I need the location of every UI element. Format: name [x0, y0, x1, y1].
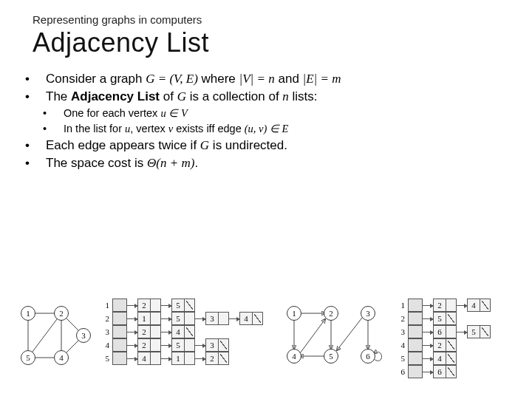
adj-row: 2 1 5 3 4 [100, 312, 263, 325]
adjlist-directed: 1 2 4 2 5 3 6 5 4 2 5 [396, 299, 491, 378]
adj-row: 3 6 5 [396, 325, 491, 338]
graph-undirected: 1 2 3 4 5 [13, 299, 95, 372]
slide: Representing graphs in computers Adjacen… [0, 0, 532, 171]
bullet-1: •Consider a graph G = (V, E) where |V| =… [33, 72, 499, 86]
adj-row: 6 6 [396, 365, 491, 378]
node: 1 [21, 306, 35, 321]
svg-line-12 [337, 318, 362, 350]
bullet-2: •The Adjacency List of G is a collection… [33, 89, 499, 104]
adj-row: 4 2 [396, 338, 491, 352]
panel-undirected: 1 2 3 4 5 1 2 5 2 1 5 3 4 3 [13, 299, 263, 372]
node: 6 [361, 349, 375, 364]
slide-title: Adjacency List [33, 27, 499, 58]
node: 5 [21, 350, 35, 365]
bullet-4: •The space cost is Θ(n + m). [33, 156, 499, 171]
adjlist-undirected: 1 2 5 2 1 5 3 4 3 2 4 4 2 [100, 299, 263, 365]
bullet-2-2: •In the list for u, vertex v exists iff … [33, 123, 499, 135]
graph-directed: 1 2 3 4 5 6 [279, 299, 390, 372]
node: 4 [287, 349, 301, 364]
adj-row: 1 2 5 [100, 299, 263, 312]
bullet-2-1: •One for each vertex u ∈ V [33, 107, 499, 120]
node: 3 [361, 306, 375, 321]
bullet-list: •Consider a graph G = (V, E) where |V| =… [33, 72, 499, 171]
adj-row: 1 2 4 [396, 299, 491, 312]
figure-row: 1 2 3 4 5 1 2 5 2 1 5 3 4 3 [13, 299, 519, 378]
adj-row: 5 4 [396, 352, 491, 365]
node: 4 [54, 350, 69, 365]
slide-subtitle: Representing graphs in computers [33, 13, 499, 26]
panel-directed: 1 2 3 4 5 6 1 2 4 2 5 3 6 5 [279, 299, 491, 378]
node: 2 [324, 306, 338, 321]
adj-row: 2 5 [396, 312, 491, 325]
node: 3 [76, 328, 91, 343]
adj-row: 5 4 1 2 [100, 352, 263, 365]
adj-row: 3 2 4 [100, 325, 263, 338]
node: 2 [54, 306, 69, 321]
node: 5 [324, 349, 338, 364]
node: 1 [287, 306, 301, 321]
bullet-3: •Each edge appears twice if G is undirec… [33, 138, 499, 153]
adj-row: 4 2 5 3 [100, 338, 263, 352]
svg-line-9 [300, 319, 325, 353]
